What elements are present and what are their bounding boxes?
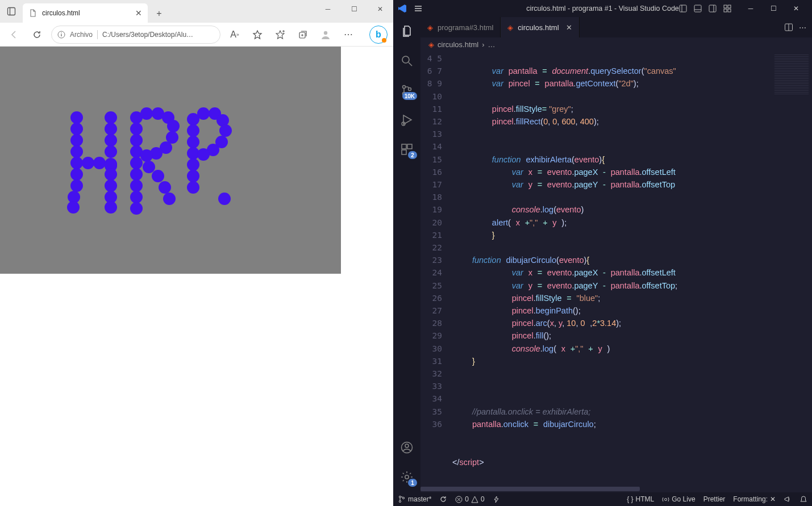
minimize-button[interactable]: ─ xyxy=(739,0,762,17)
svg-point-44 xyxy=(665,498,667,500)
svg-rect-14 xyxy=(680,5,686,12)
svg-point-4 xyxy=(61,32,62,34)
address-bar[interactable]: Archivo C:/Users/3etop/Desktop/Alu… xyxy=(51,26,220,44)
close-button[interactable]: ✕ xyxy=(785,0,807,17)
bell-icon xyxy=(799,495,807,503)
formatting-status[interactable]: Formatting: ✕ xyxy=(733,495,776,503)
sync-button[interactable] xyxy=(439,495,447,503)
close-button[interactable]: ✕ xyxy=(367,0,393,18)
svg-point-34 xyxy=(405,444,409,448)
svg-rect-0 xyxy=(8,8,15,15)
customize-layout-icon[interactable] xyxy=(722,3,732,14)
layout-controls xyxy=(678,3,732,14)
favorites-list-button[interactable] xyxy=(272,26,289,43)
code-content[interactable]: var pantalla = document.querySelector("c… xyxy=(452,51,771,486)
source-control-tab[interactable]: 10K xyxy=(393,82,420,99)
edge-toolbar: Archivo C:/Users/3etop/Desktop/Alu… A» ⋯… xyxy=(0,23,393,47)
horizontal-scrollbar[interactable] xyxy=(420,486,812,492)
toggle-sidebar-icon[interactable] xyxy=(678,3,688,14)
svg-rect-18 xyxy=(709,5,716,12)
editor-tab-circulos[interactable]: ◈ circulos.html ✕ xyxy=(501,17,579,37)
hamburger-menu-button[interactable] xyxy=(414,4,423,13)
html-file-icon: ◈ xyxy=(507,23,513,32)
svg-point-24 xyxy=(402,56,409,63)
maximize-button[interactable]: ☐ xyxy=(762,0,785,17)
svg-line-25 xyxy=(409,62,412,66)
broadcast-icon xyxy=(662,496,669,503)
svg-rect-32 xyxy=(402,150,406,154)
sync-icon xyxy=(439,495,447,503)
refresh-button[interactable] xyxy=(28,26,45,43)
tab-title: circulos.html xyxy=(42,9,80,17)
extensions-badge: 2 xyxy=(408,151,417,159)
back-button[interactable] xyxy=(6,26,23,43)
branch-status[interactable]: master* xyxy=(398,495,431,503)
feedback-button[interactable] xyxy=(784,495,792,503)
maximize-button[interactable]: ☐ xyxy=(341,0,367,18)
svg-point-35 xyxy=(405,475,409,479)
explorer-tab[interactable] xyxy=(393,23,420,40)
more-actions-icon[interactable]: ⋯ xyxy=(799,23,806,32)
info-icon xyxy=(57,31,65,39)
notifications-button[interactable] xyxy=(799,495,807,503)
html-file-icon: ◈ xyxy=(428,40,434,49)
browser-tab[interactable]: circulos.html ✕ xyxy=(23,3,148,23)
live-server-port[interactable] xyxy=(493,496,500,503)
toggle-secondary-icon[interactable] xyxy=(707,3,718,14)
new-tab-button[interactable]: + xyxy=(150,5,168,23)
edge-titlebar: circulos.html ✕ + ─ ☐ ✕ xyxy=(0,0,393,23)
editor-tab-programa3[interactable]: ◈ programa#3.html xyxy=(420,17,501,37)
search-tab[interactable] xyxy=(393,52,420,69)
problems-status[interactable]: 0 0 xyxy=(455,495,484,503)
tab-actions-icon xyxy=(7,7,16,16)
language-mode[interactable]: { } HTML xyxy=(627,495,654,503)
svg-rect-30 xyxy=(402,144,406,149)
collections-button[interactable] xyxy=(294,26,311,43)
editor-area: ◈ programa#3.html ◈ circulos.html ✕ ⋯ ◈ … xyxy=(420,17,812,492)
svg-rect-20 xyxy=(724,5,727,8)
source-control-badge: 10K xyxy=(402,92,417,100)
go-live-button[interactable]: Go Live xyxy=(662,495,695,503)
close-tab-icon[interactable]: ✕ xyxy=(566,23,572,32)
separator xyxy=(97,30,98,39)
accounts-tab[interactable] xyxy=(393,439,420,456)
editor-tabbar: ◈ programa#3.html ◈ circulos.html ✕ ⋯ xyxy=(420,17,812,37)
branch-icon xyxy=(398,495,406,503)
minimap[interactable] xyxy=(771,51,812,486)
search-icon xyxy=(400,54,414,68)
breadcrumb[interactable]: ◈ circulos.html › … xyxy=(420,37,812,51)
edge-browser-window: circulos.html ✕ + ─ ☐ ✕ Archivo C:/Users… xyxy=(0,0,393,506)
drawing-canvas[interactable] xyxy=(0,47,341,274)
prettier-status[interactable]: Prettier xyxy=(703,495,726,503)
line-gutter: 4 5 6 7 8 9 10 11 12 13 14 15 16 17 18 1… xyxy=(420,51,452,486)
svg-rect-21 xyxy=(728,5,731,8)
profile-button[interactable] xyxy=(317,26,334,43)
svg-point-26 xyxy=(403,86,406,89)
vscode-window-controls: ─ ☐ ✕ xyxy=(739,0,807,17)
minimize-button[interactable]: ─ xyxy=(315,0,341,18)
html-file-icon: ◈ xyxy=(427,23,433,32)
refresh-icon xyxy=(32,30,42,40)
extensions-tab[interactable]: 2 xyxy=(393,141,420,158)
read-aloud-button[interactable]: A» xyxy=(226,26,243,43)
split-editor-icon[interactable] xyxy=(784,23,793,32)
toggle-panel-icon[interactable] xyxy=(693,3,703,14)
address-url: C:/Users/3etop/Desktop/Alu… xyxy=(102,31,193,39)
bolt-icon xyxy=(493,496,500,503)
star-icon xyxy=(252,30,263,40)
status-bar: master* 0 0 { } HTML Go Live Prettier Fo… xyxy=(393,492,812,506)
chevron-right-icon: › xyxy=(482,40,484,49)
activity-bar: 10K 2 1 xyxy=(393,17,420,492)
code-editor[interactable]: 4 5 6 7 8 9 10 11 12 13 14 15 16 17 18 1… xyxy=(420,51,812,486)
browser-viewport[interactable] xyxy=(0,47,393,506)
tab-label: circulos.html xyxy=(518,23,559,32)
settings-tab[interactable]: 1 xyxy=(393,469,420,486)
run-debug-tab[interactable] xyxy=(393,111,420,128)
close-tab-icon[interactable]: ✕ xyxy=(135,9,142,18)
tab-label: programa#3.html xyxy=(438,23,493,32)
tab-actions-button[interactable] xyxy=(0,0,23,23)
favorite-button[interactable] xyxy=(249,26,266,43)
bing-chat-button[interactable]: b xyxy=(369,26,388,44)
vscode-body: 10K 2 1 ◈ p xyxy=(393,17,812,492)
menu-button[interactable]: ⋯ xyxy=(340,26,357,43)
